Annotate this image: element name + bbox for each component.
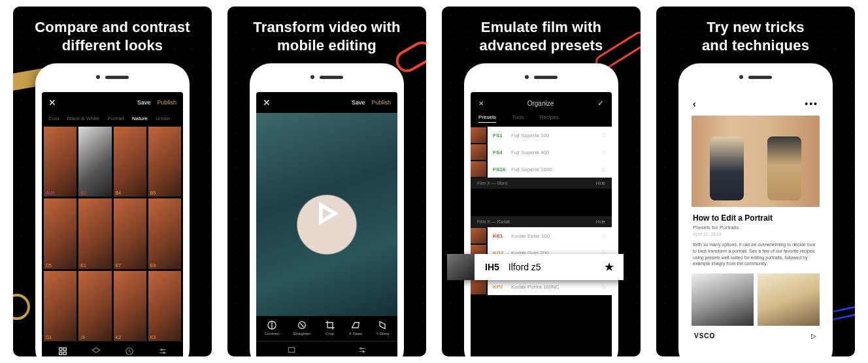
tool-crop[interactable]: Crop bbox=[325, 320, 335, 336]
star-icon[interactable]: ☆ bbox=[601, 132, 607, 139]
svg-rect-11 bbox=[288, 348, 294, 353]
article-header: ‹ ••• bbox=[685, 92, 826, 116]
filter-category-row: Cool Black & White Portrait Nature Urban bbox=[42, 113, 183, 127]
tab-presets[interactable]: Presets bbox=[478, 114, 496, 123]
article-title: How to Edit a Portrait bbox=[693, 213, 818, 223]
star-icon[interactable]: ☆ bbox=[601, 232, 607, 240]
back-icon[interactable]: ‹ bbox=[693, 99, 696, 109]
preset-code: IH5 bbox=[485, 262, 499, 272]
preset-thumb[interactable]: B5 bbox=[148, 127, 181, 197]
preset-thumb[interactable]: K3 bbox=[148, 271, 181, 341]
svg-rect-0 bbox=[59, 348, 61, 351]
preset-thumb[interactable]: AU5 bbox=[44, 127, 76, 197]
filter-portrait[interactable]: Portrait bbox=[107, 116, 124, 121]
svg-marker-4 bbox=[92, 348, 100, 353]
preset-row[interactable]: KP2Kodak Portra 160NC☆ bbox=[471, 278, 612, 295]
preset-thumb bbox=[471, 228, 486, 244]
preset-row[interactable]: FS1Fuji Superia 100☆ bbox=[471, 127, 612, 144]
preset-thumb[interactable]: E8 bbox=[148, 198, 181, 268]
headline-line2: different looks bbox=[62, 37, 163, 54]
hide-button[interactable]: Hide bbox=[596, 219, 605, 224]
save-button[interactable]: Save bbox=[352, 99, 365, 106]
article-image bbox=[692, 274, 754, 326]
close-icon[interactable]: ✕ bbox=[478, 100, 484, 107]
filter-cool[interactable]: Cool bbox=[48, 116, 59, 121]
screen-article: ‹ ••• How to Edit a Portrait Presets for… bbox=[685, 92, 826, 356]
promo-card-film: Emulate film with advanced presets ✕ Org… bbox=[442, 7, 641, 356]
editor-topbar: ✕ Save Publish bbox=[42, 92, 183, 113]
article-hero-image bbox=[692, 116, 820, 207]
article-paragraph: With so many options, it can be overwhel… bbox=[693, 242, 818, 267]
preset-popout[interactable]: IH5 Ilford z5 ★ bbox=[447, 254, 624, 280]
screen-organize: ✕ Organize ✓ Presets Tools Recipes FS1Fu… bbox=[471, 92, 612, 356]
star-icon[interactable]: ★ bbox=[604, 260, 614, 274]
preset-thumb[interactable]: E7 bbox=[114, 198, 146, 268]
layers-icon[interactable] bbox=[92, 347, 101, 356]
star-icon[interactable]: ☆ bbox=[601, 166, 607, 173]
preset-thumb bbox=[447, 254, 475, 280]
save-button[interactable]: Save bbox=[137, 99, 151, 106]
close-icon[interactable]: ✕ bbox=[263, 97, 271, 108]
phone-frame: ✕ Organize ✓ Presets Tools Recipes FS1Fu… bbox=[464, 63, 618, 356]
headline-line2: advanced presets bbox=[479, 37, 603, 54]
close-icon[interactable]: ✕ bbox=[48, 97, 56, 108]
tab-tools[interactable]: Tools bbox=[512, 114, 524, 123]
publish-button[interactable]: Publish bbox=[157, 99, 176, 106]
article-footer: VSCO ▷ bbox=[685, 326, 826, 346]
headline: Emulate film with advanced presets bbox=[442, 18, 641, 63]
preset-row[interactable]: KE1Kodak Ektar 100☆ bbox=[471, 227, 612, 244]
organize-title: Organize bbox=[527, 100, 554, 107]
filter-bw[interactable]: Black & White bbox=[67, 116, 99, 121]
svg-rect-3 bbox=[63, 352, 66, 355]
star-icon[interactable]: ☆ bbox=[601, 149, 607, 156]
phone-frame: ✕ Save Publish Cool Black & White Portra… bbox=[35, 63, 190, 356]
headline: Transform video with mobile editing bbox=[227, 18, 426, 63]
headline-line1: Transform video with bbox=[253, 19, 400, 35]
tab-recipes[interactable]: Recipes bbox=[540, 114, 559, 123]
preset-thumb bbox=[471, 127, 486, 143]
headline-line1: Try new tricks bbox=[707, 19, 805, 35]
headline-line1: Emulate film with bbox=[481, 19, 601, 35]
publish-button[interactable]: Publish bbox=[371, 99, 391, 106]
play-icon[interactable] bbox=[312, 199, 341, 230]
svg-rect-2 bbox=[59, 352, 61, 355]
preset-thumb[interactable]: C5 bbox=[44, 198, 76, 268]
preset-row[interactable]: FS16Fuji Superia 1600☆ bbox=[471, 161, 612, 178]
headline: Try new tricks and techniques bbox=[656, 18, 855, 63]
tool-xskew[interactable]: X-Skew bbox=[349, 320, 363, 336]
organize-header: ✕ Organize ✓ bbox=[471, 92, 612, 114]
preset-thumb[interactable]: K2 bbox=[114, 271, 146, 341]
adjust-icon[interactable] bbox=[358, 345, 367, 356]
tool-row: Contrast Straighten Crop X-Skew Y-Skew bbox=[256, 316, 397, 338]
preset-row[interactable]: FS4Fuji Superia 400☆ bbox=[471, 144, 612, 161]
svg-rect-1 bbox=[63, 348, 66, 351]
phone-frame: ‹ ••• How to Edit a Portrait Presets for… bbox=[678, 63, 833, 356]
video-preview[interactable] bbox=[256, 113, 397, 316]
preset-thumb[interactable]: G1 bbox=[44, 271, 76, 341]
svg-marker-8 bbox=[321, 205, 335, 222]
tool-contrast[interactable]: Contrast bbox=[265, 320, 280, 336]
preset-thumb bbox=[471, 279, 486, 294]
star-icon[interactable]: ☆ bbox=[601, 283, 607, 291]
preset-thumb[interactable]: B1 bbox=[78, 127, 111, 197]
organize-tabs: Presets Tools Recipes bbox=[471, 114, 612, 127]
preset-thumb bbox=[471, 144, 486, 160]
presets-icon[interactable] bbox=[287, 345, 296, 356]
tool-straighten[interactable]: Straighten bbox=[293, 320, 310, 336]
hide-button[interactable]: Hide bbox=[596, 181, 605, 185]
sliders-icon[interactable] bbox=[158, 347, 167, 356]
filter-nature[interactable]: Nature bbox=[132, 116, 148, 121]
headline-line1: Compare and contrast bbox=[35, 19, 190, 35]
filter-urban[interactable]: Urban bbox=[156, 116, 170, 121]
preset-thumb[interactable]: E1 bbox=[78, 198, 111, 268]
grid-icon[interactable] bbox=[58, 347, 67, 356]
promo-card-tricks: Try new tricks and techniques ‹ ••• How … bbox=[656, 7, 855, 356]
confirm-icon[interactable]: ✓ bbox=[597, 99, 604, 108]
phone-frame: ✕ Save Publish Contrast Straighten Crop … bbox=[250, 63, 404, 356]
forward-icon[interactable]: ▷ bbox=[811, 332, 817, 339]
preset-thumb[interactable]: B4 bbox=[114, 127, 146, 197]
more-icon[interactable]: ••• bbox=[805, 99, 818, 109]
tool-yskew[interactable]: Y-Skew bbox=[376, 320, 389, 336]
preset-thumb[interactable]: J6 bbox=[78, 271, 111, 341]
history-icon[interactable] bbox=[125, 347, 134, 356]
